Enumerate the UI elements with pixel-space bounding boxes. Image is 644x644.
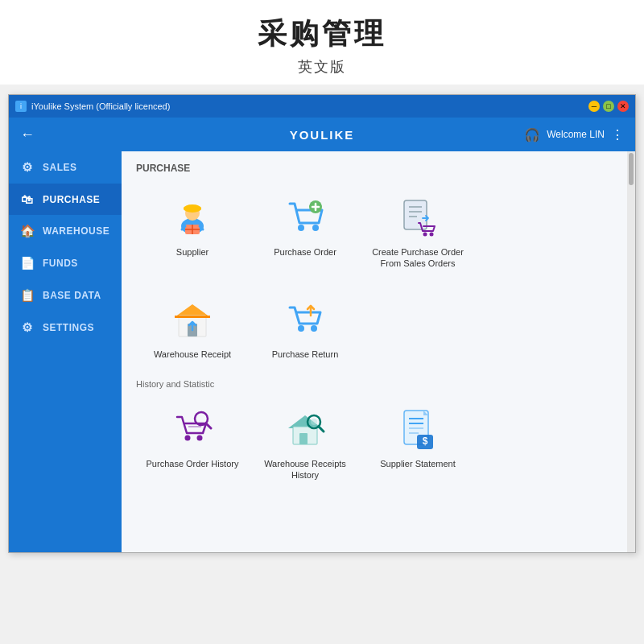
- create-purchase-label: Create Purchase Order From Sales Orders: [369, 246, 466, 270]
- supplier-icon-img: [170, 195, 215, 240]
- main-title: 采购管理: [0, 14, 644, 54]
- purchase-order-item[interactable]: Purchase Order: [249, 182, 361, 281]
- header-right: 🎧 Welcome LIN ⋮: [524, 127, 624, 142]
- warehouse-icon: 🏠: [20, 224, 35, 238]
- sidebar-item-settings[interactable]: ⚙ SETTINGS: [9, 312, 122, 344]
- back-button[interactable]: ←: [20, 126, 35, 143]
- app-title: YOULIKE: [290, 128, 355, 142]
- warehouse-receipt-icon-img: [170, 297, 215, 342]
- purchase-return-label: Purchase Return: [272, 349, 339, 360]
- warehouse-receipts-history-label: Warehouse Receipts History: [257, 458, 353, 481]
- top-area: 采购管理 英文版: [0, 0, 644, 85]
- app-icon: i: [15, 101, 27, 112]
- warehouse-receipt-label: Warehouse Receipt: [154, 349, 231, 360]
- purchase-order-icon-img: [283, 195, 328, 240]
- supplier-label: Supplier: [176, 246, 208, 258]
- welcome-text: Welcome LIN: [547, 129, 605, 140]
- sidebar-label-settings: SETTINGS: [43, 322, 94, 333]
- title-bar-left: i iYoulike System (Officially licenced): [15, 101, 170, 112]
- section-label: PURCHASE: [136, 163, 613, 174]
- svg-point-9: [298, 225, 304, 231]
- settings-icon: ⚙: [20, 320, 35, 335]
- title-bar: i iYoulike System (Officially licenced) …: [9, 95, 635, 118]
- sidebar: ⚙ SALES 🛍 PURCHASE 🏠 WAREHOUSE 📄 FUNDS 📋…: [9, 151, 122, 552]
- sidebar-item-funds[interactable]: 📄 FUNDS: [9, 247, 122, 279]
- svg-line-35: [319, 427, 324, 431]
- history-icon-grid: Purchase Order History: [136, 394, 613, 493]
- window-frame: i iYoulike System (Officially licenced) …: [8, 94, 636, 553]
- svg-point-19: [430, 233, 434, 237]
- purchase-order-history-item[interactable]: Purchase Order History: [136, 394, 249, 493]
- headphone-icon: 🎧: [524, 127, 540, 142]
- svg-rect-3: [184, 207, 201, 210]
- create-purchase-icon-img: [395, 195, 440, 240]
- warehouse-receipts-history-item[interactable]: Warehouse Receipts History: [249, 394, 361, 493]
- sub-title: 英文版: [0, 57, 644, 76]
- sales-icon: ⚙: [20, 160, 35, 175]
- history-divider: History and Statistic: [136, 379, 613, 389]
- svg-line-29: [206, 423, 211, 428]
- sidebar-label-warehouse: WAREHOUSE: [43, 225, 109, 237]
- svg-point-36: [311, 419, 317, 425]
- main-content: ⚙ SALES 🛍 PURCHASE 🏠 WAREHOUSE 📄 FUNDS 📋…: [9, 151, 635, 552]
- supplier-item[interactable]: Supplier: [136, 182, 249, 281]
- main-icon-grid-row2: Warehouse Receipt: [136, 284, 613, 371]
- sidebar-item-purchase[interactable]: 🛍 PURCHASE: [9, 184, 122, 215]
- sidebar-label-base-data: BASE DATA: [43, 290, 101, 301]
- warehouse-receipt-item[interactable]: Warehouse Receipt: [136, 284, 249, 371]
- svg-point-26: [185, 435, 191, 440]
- header-left: ←: [20, 126, 41, 143]
- purchase-order-history-icon-img: [170, 407, 215, 452]
- supplier-statement-label: Supplier Statement: [380, 458, 456, 469]
- svg-point-25: [311, 325, 317, 332]
- svg-point-24: [298, 325, 304, 332]
- svg-rect-33: [299, 433, 308, 444]
- main-icon-grid-row1: Supplier: [136, 182, 613, 281]
- funds-icon: 📄: [20, 256, 35, 270]
- svg-point-18: [423, 233, 427, 237]
- sidebar-label-funds: FUNDS: [43, 258, 78, 269]
- supplier-statement-icon-img: $: [395, 407, 440, 452]
- scroll-thumb[interactable]: [629, 153, 634, 185]
- minimize-button[interactable]: ─: [588, 101, 600, 112]
- create-purchase-item[interactable]: Create Purchase Order From Sales Orders: [361, 182, 474, 281]
- window-title: iYoulike System (Officially licenced): [31, 101, 170, 111]
- svg-rect-14: [404, 200, 427, 229]
- close-button[interactable]: ✕: [617, 101, 629, 112]
- scrollbar[interactable]: [627, 151, 635, 552]
- sidebar-label-purchase: PURCHASE: [43, 194, 100, 205]
- svg-point-27: [197, 435, 203, 440]
- sidebar-item-warehouse[interactable]: 🏠 WAREHOUSE: [9, 215, 122, 247]
- more-icon[interactable]: ⋮: [611, 127, 624, 142]
- content-panel: PURCHASE: [122, 151, 627, 552]
- purchase-icon: 🛍: [20, 192, 35, 206]
- maximize-button[interactable]: □: [603, 101, 614, 112]
- sidebar-label-sales: SALES: [43, 162, 77, 173]
- window-controls: ─ □ ✕: [588, 101, 629, 112]
- base-data-icon: 📋: [20, 288, 35, 303]
- svg-text:$: $: [423, 436, 428, 447]
- supplier-statement-item[interactable]: $ Supplier Statement: [361, 394, 474, 493]
- sidebar-item-base-data[interactable]: 📋 BASE DATA: [9, 279, 122, 312]
- sidebar-item-sales[interactable]: ⚙ SALES: [9, 151, 122, 184]
- purchase-order-history-label: Purchase Order History: [147, 458, 239, 469]
- app-header: ← YOULIKE 🎧 Welcome LIN ⋮: [9, 118, 635, 151]
- warehouse-receipts-history-icon-img: [283, 407, 328, 452]
- purchase-return-item[interactable]: Purchase Return: [249, 284, 361, 371]
- purchase-return-icon-img: [283, 297, 328, 342]
- purchase-order-label: Purchase Order: [274, 246, 336, 258]
- svg-point-10: [312, 225, 319, 231]
- svg-rect-23: [175, 316, 210, 318]
